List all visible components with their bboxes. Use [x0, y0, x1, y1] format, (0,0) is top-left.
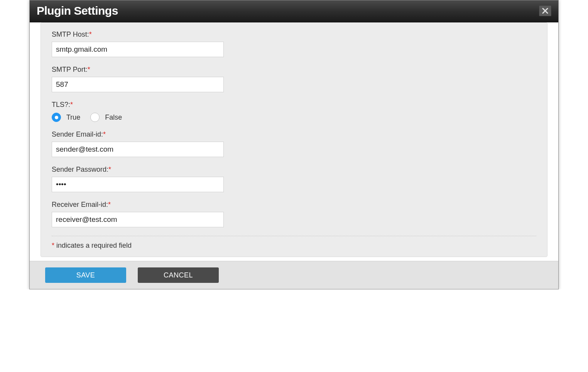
sender-password-label: Sender Password:* [52, 166, 536, 174]
plugin-settings-dialog: Plugin Settings SMTP Host:* SMTP Port:* [29, 0, 559, 289]
label-text: Sender Password: [52, 166, 108, 173]
cancel-button[interactable]: CANCEL [138, 267, 219, 283]
label-text: TLS?: [52, 101, 70, 108]
required-note-text: indicates a required field [54, 242, 132, 249]
dialog-footer: SAVE CANCEL [30, 261, 558, 289]
required-marker: * [89, 30, 92, 38]
tls-radio-true[interactable] [52, 113, 61, 122]
label-text: SMTP Port: [52, 66, 88, 73]
dialog-title: Plugin Settings [37, 4, 118, 17]
required-note-marker: * [52, 242, 54, 249]
sender-email-group: Sender Email-id:* [52, 130, 536, 157]
required-marker: * [108, 201, 111, 208]
form-panel: SMTP Host:* SMTP Port:* TLS?:* True [41, 22, 547, 257]
required-marker: * [70, 101, 73, 108]
label-text: Receiver Email-id: [52, 201, 108, 208]
dialog-body: SMTP Host:* SMTP Port:* TLS?:* True [30, 22, 558, 261]
smtp-host-label: SMTP Host:* [52, 30, 536, 39]
sender-email-label: Sender Email-id:* [52, 130, 536, 139]
tls-label: TLS?:* [52, 101, 536, 109]
divider [52, 236, 536, 236]
required-note: * indicates a required field [52, 242, 536, 250]
close-button[interactable] [539, 5, 551, 16]
sender-password-group: Sender Password:* [52, 166, 536, 192]
save-button[interactable]: SAVE [45, 267, 126, 283]
smtp-port-label: SMTP Port:* [52, 66, 536, 74]
tls-group: TLS?:* True False [52, 101, 536, 122]
receiver-email-group: Receiver Email-id:* [52, 201, 536, 227]
smtp-port-group: SMTP Port:* [52, 66, 536, 92]
tls-radio-false[interactable] [90, 113, 100, 122]
required-marker: * [103, 130, 106, 138]
smtp-port-input[interactable] [52, 77, 224, 92]
label-text: SMTP Host: [52, 30, 89, 38]
tls-radio-false-label: False [105, 113, 122, 122]
dialog-header: Plugin Settings [30, 0, 558, 22]
tls-radio-row: True False [52, 113, 536, 122]
sender-email-input[interactable] [52, 142, 224, 157]
close-icon [542, 8, 548, 14]
required-marker: * [88, 66, 90, 73]
receiver-email-input[interactable] [52, 212, 224, 227]
tls-radio-true-label: True [66, 113, 80, 122]
receiver-email-label: Receiver Email-id:* [52, 201, 536, 209]
required-marker: * [108, 166, 111, 173]
smtp-host-input[interactable] [52, 42, 224, 57]
sender-password-input[interactable] [52, 177, 224, 192]
label-text: Sender Email-id: [52, 130, 103, 138]
smtp-host-group: SMTP Host:* [52, 30, 536, 57]
